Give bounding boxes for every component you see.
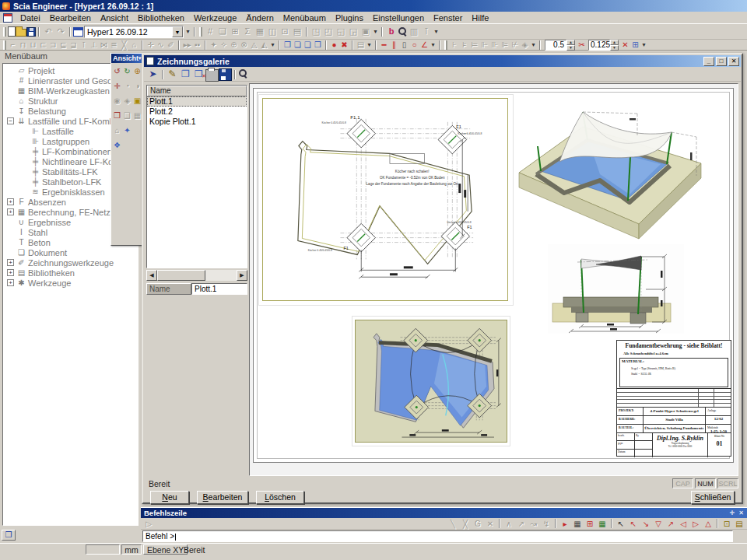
toolbar-icon[interactable]: ⊗ (239, 40, 249, 50)
toolbar-icon[interactable]: ◱ (335, 26, 347, 37)
sidebar-item-werkzeuge[interactable]: +✱Werkzeuge (4, 278, 138, 288)
close-button[interactable]: Schließen (691, 491, 735, 504)
spinner-value[interactable]: 0.125 (588, 40, 610, 51)
toolbar-icon[interactable]: ⌂ (129, 40, 139, 50)
toolbar-icon[interactable]: ◉ (112, 96, 122, 106)
toolbar-icon[interactable]: ▥ (408, 26, 420, 37)
toolbar-icon[interactable]: ≣ (109, 40, 119, 50)
toolbar-icon[interactable]: ▦ (596, 518, 608, 529)
toolbar-icon[interactable]: ━ (379, 40, 389, 50)
toolbar-icon[interactable]: ⊩ (479, 40, 489, 50)
toolbar-grip[interactable] (199, 27, 202, 37)
toolbar-icon[interactable]: ● (329, 40, 339, 50)
expand-icon[interactable]: + (7, 208, 14, 215)
toolbar-grip[interactable] (3, 27, 6, 37)
chevron-down-icon[interactable]: ▼ (172, 26, 183, 37)
toolbar-icon[interactable]: ✐ (166, 40, 176, 50)
toolbar-icon[interactable]: ❏ (293, 40, 303, 50)
toolbar-icon[interactable]: ↖ (615, 518, 627, 529)
toolbar-icon[interactable]: ⊥ (89, 40, 99, 50)
toolbar-icon[interactable]: ◁ (677, 518, 689, 529)
scroll-right-icon[interactable]: ▶ (237, 270, 247, 281)
command-input[interactable]: Befehl > (142, 530, 733, 542)
dropdown-arrow-icon[interactable]: ▾ (372, 28, 379, 35)
scrollbar-thumb[interactable] (157, 270, 205, 281)
delete-icon[interactable]: ❒✕ (192, 68, 205, 81)
expand-icon[interactable]: + (7, 259, 14, 266)
dropdown-arrow-icon[interactable]: ▾ (430, 41, 437, 48)
toolbar-icon[interactable]: ▯ (399, 40, 409, 50)
toolbar-icon[interactable]: ✛ (146, 40, 156, 50)
toolbar-icon[interactable]: ⊔ (28, 40, 38, 50)
neu-button[interactable]: Neu (150, 491, 189, 504)
toolbar-icon[interactable]: ⊡ (721, 518, 733, 529)
toolbar-icon[interactable]: ╳ (119, 40, 129, 50)
toolbar-icon[interactable]: G (472, 518, 484, 529)
new-file-icon[interactable] (8, 26, 16, 37)
print-icon[interactable] (205, 69, 219, 82)
toolbar-icon[interactable]: ╲ (447, 518, 459, 529)
menu-men-baum[interactable]: Menübaum (279, 12, 331, 23)
toolbar-icon[interactable]: ❏ (216, 26, 229, 37)
toolbar-icon[interactable]: ✦ (209, 40, 219, 50)
bearbeiten-button[interactable]: Bearbeiten (197, 491, 248, 504)
toolbar-icon[interactable]: ✕ (620, 40, 630, 50)
mdi-document-icon[interactable] (3, 13, 12, 23)
gallery-titlebar[interactable]: Zeichnungsgalerie _ □ ✕ (144, 55, 741, 67)
toolbar-icon[interactable]: ↝ (528, 518, 540, 529)
toolbar-icon[interactable]: ∠ (419, 40, 430, 50)
menu-bearbeiten[interactable]: Bearbeiten (45, 12, 96, 23)
toolbar-icon[interactable]: ⊬ (510, 40, 520, 50)
toolbar-icon[interactable]: ◳ (310, 26, 322, 37)
plane-cell[interactable]: Ebene XY (143, 544, 188, 555)
menu--ndern[interactable]: Ändern (241, 12, 278, 23)
property-value[interactable]: Plott.1 (191, 283, 247, 295)
sidebar-item-dokument[interactable]: ❏Dokument (4, 247, 138, 257)
toolbar-icon[interactable]: ◬ (249, 40, 259, 50)
toolbar-icon[interactable]: ⊺ (79, 40, 89, 50)
window-layout-icon[interactable] (73, 27, 83, 37)
toolbar-icon[interactable]: ◫ (266, 26, 279, 37)
toolbar-icon[interactable]: ✦ (122, 125, 132, 135)
close-icon[interactable]: ✕ (728, 57, 739, 66)
toolbar-icon[interactable]: ◔ (122, 81, 132, 91)
toolbar-icon[interactable]: ╳ (459, 518, 472, 529)
toolbar-icon[interactable]: ⊞ (630, 40, 640, 50)
toolbar-icon[interactable]: ▸ (559, 518, 571, 529)
ansicht-caption[interactable]: Ansicht ▾ (111, 54, 142, 63)
löschen-button[interactable]: Löschen (256, 491, 304, 504)
toolbar-icon[interactable]: ∿ (156, 40, 166, 50)
toolbar-icon[interactable]: ↖ (627, 518, 640, 529)
toolbar-icon[interactable]: ▣ (359, 26, 372, 37)
toolbar-icon[interactable]: # (204, 26, 216, 37)
dropdown-arrow-icon[interactable]: ▾ (530, 41, 537, 48)
toolbar-icon[interactable]: ❑ (122, 110, 132, 121)
dropdown-arrow-icon[interactable]: ▾ (184, 28, 191, 35)
toolbar-icon[interactable]: ▦ (254, 26, 266, 37)
save-icon[interactable] (26, 27, 36, 37)
toolbar-icon[interactable]: ❑ (303, 40, 313, 50)
toolbar-icon[interactable]: ✛ (112, 81, 122, 91)
toolbar-icon[interactable]: ⊐ (48, 40, 58, 50)
export-icon[interactable] (219, 68, 232, 81)
toolbar-icon[interactable]: ↻ (122, 66, 132, 76)
units-cell[interactable]: mm (121, 544, 142, 555)
toolbar-icon[interactable]: ⊦ (449, 40, 459, 50)
toolbar-grip[interactable] (3, 40, 6, 50)
toolbar-icon[interactable]: ✧ (219, 40, 229, 50)
sidebar-item-bibliotheken[interactable]: +▤Bibliotheken (4, 268, 138, 278)
toolbar-icon[interactable]: ⊒ (68, 40, 79, 50)
menu-datei[interactable]: Datei (16, 12, 45, 23)
command-panel-titlebar[interactable]: Befehlszeile ✛ ✕ (141, 508, 747, 518)
expand-icon[interactable]: + (7, 269, 14, 276)
sidebar-item-zeichnungswerkzeuge[interactable]: +✐Zeichnungswerkzeuge (4, 257, 138, 268)
toolbar-icon[interactable]: ↘ (640, 518, 652, 529)
plot-list-header[interactable]: Name (147, 86, 247, 96)
toolbar-icon[interactable]: ⊫ (500, 40, 510, 50)
toolbar-icon[interactable]: ❐ (282, 40, 293, 50)
toolbar-icon[interactable]: ∧ (503, 518, 515, 529)
toolbar-icon[interactable]: ▸▸ (182, 40, 192, 50)
toolbar-icon[interactable]: ❐ (112, 110, 122, 121)
toolbar-icon[interactable]: ▤ (733, 518, 745, 529)
spin-down-icon[interactable]: ▼ (566, 45, 575, 51)
